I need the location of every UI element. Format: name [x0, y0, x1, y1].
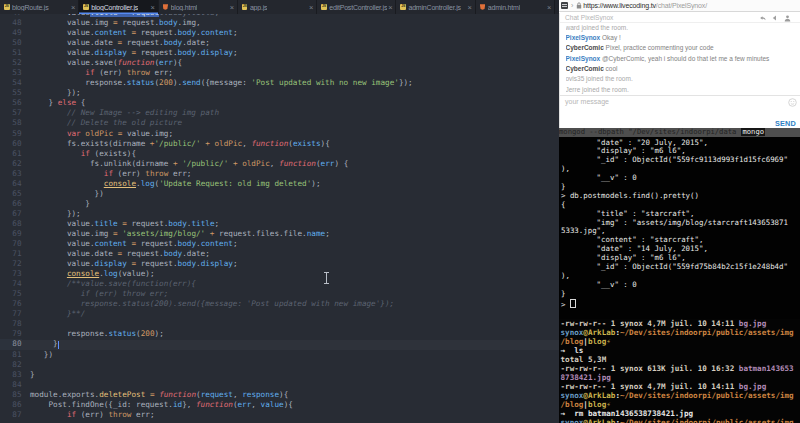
- code-line[interactable]: // New Image --> editing img path: [30, 108, 413, 118]
- token: body: [178, 259, 196, 268]
- collapse-arrow-icon[interactable]: [772, 15, 777, 21]
- token: response.: [30, 78, 127, 87]
- text-caret: [58, 341, 59, 349]
- share-icon[interactable]: [758, 15, 766, 21]
- code-line[interactable]: value.save(function(err){: [30, 58, 413, 68]
- gutter-line-number: 82: [0, 360, 22, 370]
- code-line[interactable]: console.log('Update Request: old img del…: [30, 179, 413, 189]
- code-line[interactable]: console.log(value);: [30, 269, 413, 279]
- chat-username[interactable]: PixelSynox: [566, 55, 601, 62]
- code-line[interactable]: value.display = request.body.display;: [30, 48, 413, 58]
- code-line[interactable]: [30, 319, 413, 329]
- code-line[interactable]: if (err) throw err;: [30, 410, 413, 420]
- code-line[interactable]: }): [30, 189, 413, 199]
- token: /**value.save(function(err){: [30, 279, 196, 288]
- browser-menu-icon[interactable]: [561, 2, 568, 9]
- code-line[interactable]: }): [30, 350, 413, 360]
- chat-username[interactable]: PixelSynox: [566, 34, 601, 41]
- user-icon[interactable]: [784, 15, 791, 22]
- tab-close-icon[interactable]: ×: [230, 4, 234, 11]
- gutter-line-number: 73: [0, 269, 22, 279]
- code-line[interactable]: }: [30, 199, 413, 209]
- token: ~/Dev/sites/indoorpi/public/assets/img: [620, 418, 794, 423]
- code-line[interactable]: } else {: [30, 98, 413, 108]
- chat-username[interactable]: CyberComic: [566, 44, 604, 51]
- tab-adminController.js[interactable]: JSadminController.js×: [396, 0, 475, 14]
- editor-gutter: 4748495051525354555657585960616263646566…: [0, 8, 22, 420]
- tab-close-icon[interactable]: ×: [309, 4, 313, 11]
- tab-admin.html[interactable]: admin.html×: [476, 0, 555, 14]
- code-line[interactable]: [30, 380, 413, 390]
- code-line[interactable]: }**/: [30, 309, 413, 319]
- token: if: [85, 68, 94, 77]
- gutter-line-number: 51: [0, 48, 22, 58]
- token: → rm batman1436538738421.jpg: [561, 409, 694, 418]
- code-line[interactable]: }: [30, 370, 413, 380]
- code-line[interactable]: response.status(200).send({message: 'Pos…: [30, 78, 413, 88]
- code-line[interactable]: value.img = request.body.img,: [30, 18, 413, 28]
- mongo-terminal[interactable]: "date" : "20 July, 2015", "display" : "m…: [559, 137, 800, 319]
- code-line[interactable]: module.exports.deletePost = function(req…: [30, 390, 413, 400]
- url-text[interactable]: https://www.livecoding.tv/chat/PixelSyno…: [583, 2, 707, 9]
- chevron-icon: ›: [571, 2, 573, 9]
- code-line[interactable]: value.content = request.body.content;: [30, 239, 413, 249]
- code-editor[interactable]: 4748495051525354555657585960616263646566…: [0, 0, 559, 423]
- tab-app.js[interactable]: JSapp.js×: [238, 0, 317, 14]
- token: // New Image --> editing img path: [30, 108, 219, 117]
- code-line[interactable]: response.status(200);: [30, 329, 413, 339]
- token: ){: [321, 139, 330, 148]
- tab-close-icon[interactable]: ×: [150, 4, 154, 11]
- code-line[interactable]: }: [30, 339, 413, 349]
- code-line[interactable]: value.content = request.body.content;: [30, 28, 413, 38]
- chat-username[interactable]: CyberComic: [566, 65, 604, 72]
- gutter-line-number: 84: [0, 380, 22, 390]
- smiley-icon[interactable]: [788, 98, 797, 107]
- tab-blogController.js[interactable]: JSblogController.js×: [79, 0, 158, 14]
- code-line[interactable]: value.display = request.body.display;: [30, 259, 413, 269]
- tab-blog.html[interactable]: blog.html×: [159, 0, 238, 14]
- gutter-line-number: 56: [0, 98, 22, 108]
- send-button[interactable]: SEND: [775, 119, 796, 128]
- tab-close-icon[interactable]: ×: [388, 4, 392, 11]
- code-line[interactable]: [30, 360, 413, 370]
- token: err: [238, 400, 252, 409]
- code-line[interactable]: value.img = 'assets/img/blog/' + request…: [30, 229, 413, 239]
- code-line[interactable]: value.title = request.body.title;: [30, 219, 413, 229]
- browser-address-bar[interactable]: › https://www.livecoding.tv/chat/PixelSy…: [559, 0, 800, 12]
- gutter-line-number: 79: [0, 329, 22, 339]
- token: blog: [588, 400, 606, 409]
- chat-header: Chat PixelSynox: [560, 13, 800, 24]
- tab-close-icon[interactable]: ×: [468, 4, 472, 11]
- code-line[interactable]: Post.findOne({_id: request.id}, function…: [30, 400, 413, 410]
- token: (err): [113, 169, 145, 178]
- code-line[interactable]: response.status(200).send({message: 'Pos…: [30, 299, 413, 309]
- gutter-line-number: 50: [0, 38, 22, 48]
- code-line[interactable]: if (err) throw err;: [30, 289, 413, 299]
- code-line[interactable]: });: [30, 209, 413, 219]
- token: body: [178, 239, 196, 248]
- tab-editPostController.js[interactable]: JSeditPostController.js×: [317, 0, 396, 14]
- code-line[interactable]: });: [30, 88, 413, 98]
- shell-terminal[interactable]: -rw-rw-r-- 1 synox 4,7M juil. 10 14:11 b…: [559, 319, 800, 423]
- code-line[interactable]: if (err) throw err;: [30, 68, 413, 78]
- code-line[interactable]: value.date = request.body.date;: [30, 249, 413, 259]
- token: }: [30, 199, 90, 208]
- code-line[interactable]: /**value.save(function(err){: [30, 279, 413, 289]
- code-line[interactable]: // Delete the old picture: [30, 118, 413, 128]
- terminal-title-bar[interactable]: mongod --dbpath "/Dev/sites/indoorpi/dat…: [559, 128, 800, 137]
- token: }: [30, 339, 58, 348]
- chat-input[interactable]: your message: [560, 95, 800, 120]
- tab-close-icon[interactable]: ×: [71, 4, 75, 11]
- code-area[interactable]: value.title = request.body.title; value.…: [30, 8, 413, 420]
- code-line[interactable]: if (exists){: [30, 149, 413, 159]
- token: synox: [561, 391, 584, 400]
- token: Post.findOne({_id: request.: [30, 400, 173, 409]
- code-line[interactable]: fs.unlink(dirname + '/public/' + oldPic,…: [30, 159, 413, 169]
- code-line[interactable]: var oldPic = value.img;: [30, 129, 413, 139]
- token: throw: [108, 410, 131, 419]
- code-line[interactable]: if (err) throw err;: [30, 169, 413, 179]
- code-line[interactable]: fs.exists(dirname +'/public/' + oldPic, …: [30, 139, 413, 149]
- tab-close-icon[interactable]: ×: [547, 4, 551, 11]
- tab-blogRoute.js[interactable]: JSblogRoute.js×: [0, 0, 79, 14]
- code-line[interactable]: value.date = request.body.date;: [30, 38, 413, 48]
